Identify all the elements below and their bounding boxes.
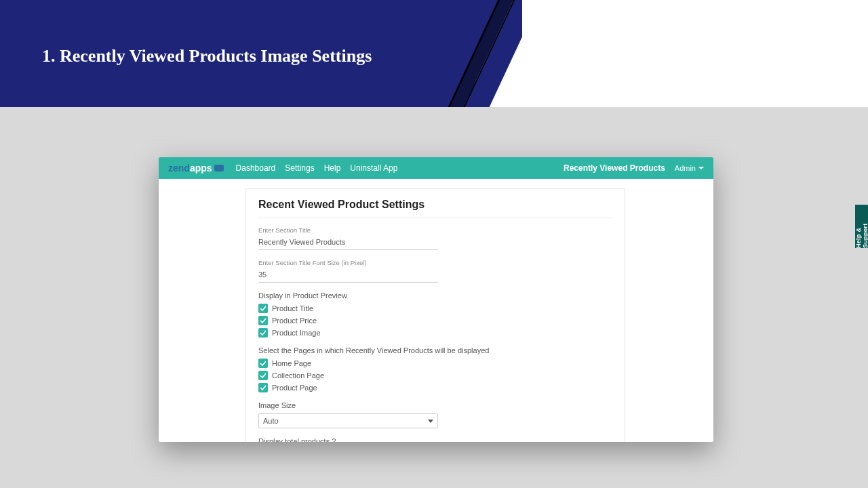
check-icon xyxy=(258,304,268,313)
admin-dropdown[interactable]: Admin xyxy=(675,164,704,172)
check-icon xyxy=(258,328,268,338)
pages-label: Select the Pages in which Recently Viewe… xyxy=(258,346,612,354)
checkbox-label: Collection Page xyxy=(272,371,324,380)
slide-banner: 1. Recently Viewed Products Image Settin… xyxy=(0,0,868,107)
nav-help[interactable]: Help xyxy=(324,163,341,173)
checkbox-collection-page[interactable]: Collection Page xyxy=(258,371,612,380)
nav-right: Recently Viewed Products Admin xyxy=(564,163,704,173)
preview-group: Display in Product Preview Product Title… xyxy=(258,291,612,338)
nav-links: Dashboard Settings Help Uninstall App xyxy=(236,163,398,173)
settings-panel: Recent Viewed Product Settings Enter Sec… xyxy=(245,188,625,442)
checkbox-label: Product Page xyxy=(272,384,317,392)
checkbox-product-page[interactable]: Product Page xyxy=(258,383,612,392)
display-total-label: Display total products ? xyxy=(258,437,612,442)
nav-uninstall[interactable]: Uninstall App xyxy=(350,163,397,173)
checkbox-label: Home Page xyxy=(272,359,311,367)
display-total-group: Display total products ? 3 xyxy=(258,437,612,442)
image-size-select[interactable]: Auto xyxy=(258,413,438,428)
brand-part1: zend xyxy=(168,163,190,174)
brand-icon xyxy=(214,165,224,171)
app-window: zendapps Dashboard Settings Help Uninsta… xyxy=(159,157,713,442)
slide-title: 1. Recently Viewed Products Image Settin… xyxy=(42,46,372,66)
section-font-group: Enter Section Title Font Size (in Pixel) xyxy=(258,259,612,283)
image-size-label: Image Size xyxy=(258,401,612,409)
pages-group: Select the Pages in which Recently Viewe… xyxy=(258,346,612,392)
section-title-input[interactable] xyxy=(258,236,438,250)
checkbox-home-page[interactable]: Home Page xyxy=(258,359,612,368)
brand-part2: apps xyxy=(190,163,212,174)
nav-settings[interactable]: Settings xyxy=(285,163,314,173)
section-title-group: Enter Section Title xyxy=(258,226,612,250)
image-size-value: Auto xyxy=(263,417,279,425)
help-support-tab[interactable]: Help & Support xyxy=(855,205,868,248)
admin-label: Admin xyxy=(675,164,696,172)
section-font-input[interactable] xyxy=(258,268,438,283)
image-size-group: Image Size Auto xyxy=(258,401,612,428)
check-icon xyxy=(258,316,268,325)
checkbox-product-price[interactable]: Product Price xyxy=(258,316,612,325)
preview-label: Display in Product Preview xyxy=(258,291,612,300)
top-navbar: zendapps Dashboard Settings Help Uninsta… xyxy=(159,157,713,179)
brand-logo[interactable]: zendapps xyxy=(168,163,224,174)
checkbox-label: Product Price xyxy=(272,317,317,325)
section-title-label: Enter Section Title xyxy=(258,226,612,234)
chevron-down-icon xyxy=(698,167,704,169)
checkbox-product-image[interactable]: Product Image xyxy=(258,328,612,338)
section-font-label: Enter Section Title Font Size (in Pixel) xyxy=(258,259,612,266)
chevron-down-icon xyxy=(428,420,433,423)
check-icon xyxy=(258,371,268,380)
nav-dashboard[interactable]: Dashboard xyxy=(236,163,276,173)
check-icon xyxy=(258,359,268,368)
nav-section-title: Recently Viewed Products xyxy=(564,163,665,173)
check-icon xyxy=(258,383,268,392)
checkbox-product-title[interactable]: Product Title xyxy=(258,304,612,313)
checkbox-label: Product Image xyxy=(272,329,321,337)
checkbox-label: Product Title xyxy=(272,304,313,312)
panel-title: Recent Viewed Product Settings xyxy=(258,199,612,218)
